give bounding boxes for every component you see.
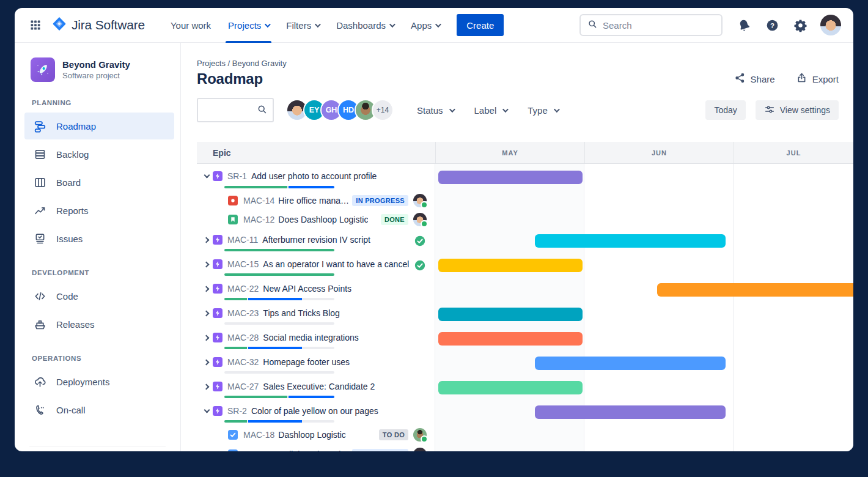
nav-item-projects[interactable]: Projects bbox=[219, 8, 278, 43]
month-header-jul: JUL bbox=[734, 142, 853, 163]
child-issue-row[interactable]: MAC-18Dashloop LogisticTO DO bbox=[197, 424, 853, 445]
epic-progress-bar bbox=[224, 273, 334, 276]
user-avatar[interactable] bbox=[820, 15, 841, 35]
board-icon bbox=[33, 176, 46, 189]
epic-row[interactable]: MAC-22New API Access Points bbox=[197, 278, 853, 302]
chevron-down-icon bbox=[449, 106, 455, 113]
issue-title: As an operator I want to have a cancel bbox=[263, 259, 409, 269]
done-check-icon bbox=[414, 260, 425, 271]
timeline-cell bbox=[435, 191, 853, 210]
chevron-down-icon bbox=[435, 21, 441, 28]
settings-icon[interactable] bbox=[792, 17, 808, 33]
filter-status[interactable]: Status bbox=[417, 105, 454, 116]
nav-item-your-work[interactable]: Your work bbox=[162, 8, 219, 43]
sidebar-item-on-call[interactable]: On-call bbox=[24, 396, 174, 423]
gantt-bar[interactable] bbox=[535, 405, 726, 419]
chevron-down-icon bbox=[265, 21, 271, 28]
gantt-bar[interactable] bbox=[438, 259, 583, 272]
roadmap-search[interactable] bbox=[197, 98, 274, 122]
nav-item-label: Your work bbox=[171, 20, 211, 31]
sidebar-item-releases[interactable]: Releases bbox=[24, 311, 174, 338]
global-search[interactable] bbox=[579, 14, 723, 36]
filter-label[interactable]: Label bbox=[474, 105, 507, 116]
child-row-left: MAC-18Dashloop LogisticTO DO bbox=[197, 424, 435, 445]
sidebar-item-reports[interactable]: Reports bbox=[24, 197, 174, 224]
reports-icon bbox=[33, 204, 46, 217]
gantt-bar[interactable] bbox=[438, 171, 583, 184]
nav-icon-cluster: ? bbox=[736, 15, 841, 35]
epic-row-line: MAC-27Sales Executive: Candidate 2 bbox=[197, 375, 435, 391]
expand-chevron-right-icon[interactable] bbox=[203, 287, 210, 291]
assignee-avatar[interactable] bbox=[413, 428, 427, 442]
today-button[interactable]: Today bbox=[705, 100, 745, 120]
chevron-down-icon bbox=[554, 106, 560, 113]
nav-item-dashboards[interactable]: Dashboards bbox=[328, 8, 402, 43]
gantt-bar[interactable] bbox=[535, 234, 726, 248]
collapse-chevron-down-icon[interactable] bbox=[203, 410, 210, 412]
sidebar-item-backlog[interactable]: Backlog bbox=[24, 141, 174, 168]
epic-row-line: MAC-23Tips and Tricks Blog bbox=[197, 302, 435, 318]
expand-chevron-right-icon[interactable] bbox=[203, 360, 210, 364]
epic-row[interactable]: MAC-23Tips and Tricks Blog bbox=[197, 302, 853, 327]
help-icon[interactable]: ? bbox=[764, 17, 780, 33]
nav-item-apps[interactable]: Apps bbox=[402, 8, 448, 43]
oncall-icon bbox=[33, 403, 46, 416]
more-members-badge[interactable]: +14 bbox=[373, 100, 392, 120]
epic-row[interactable]: SR-2Color of pale yellow on our pages bbox=[197, 400, 853, 424]
view-settings-button[interactable]: View settings bbox=[756, 100, 839, 120]
gantt-bar[interactable] bbox=[535, 357, 726, 370]
expand-chevron-right-icon[interactable] bbox=[203, 336, 210, 340]
nav-item-filters[interactable]: Filters bbox=[278, 8, 328, 43]
assignee-avatar[interactable] bbox=[413, 448, 427, 452]
epic-row[interactable]: MAC-27Sales Executive: Candidate 2 bbox=[197, 375, 853, 400]
epic-row[interactable]: MAC-28Social media integrations bbox=[197, 327, 853, 351]
epic-row[interactable]: MAC-11Afterburner revision IV script bbox=[197, 229, 853, 253]
child-issue-row[interactable]: MAC-14Hire office manager forIN PROGRESS bbox=[197, 191, 853, 210]
gantt-bar[interactable] bbox=[438, 332, 583, 346]
gantt-bar[interactable] bbox=[438, 381, 583, 394]
child-issue-row[interactable]: MAC-19Collaboration Trip has bIN PROGRES… bbox=[197, 445, 853, 451]
gantt-bar[interactable] bbox=[657, 283, 853, 297]
notifications-icon[interactable] bbox=[736, 17, 752, 33]
global-search-input[interactable] bbox=[603, 20, 715, 31]
child-issue-row[interactable]: MAC-12Does Dashloop LogisticDONE bbox=[197, 210, 853, 229]
nav-item-label: Dashboards bbox=[336, 20, 386, 31]
month-header-jun: JUN bbox=[584, 142, 734, 163]
progress-segment bbox=[248, 347, 302, 349]
jira-logo[interactable]: Jira Software bbox=[51, 16, 145, 34]
progress-segment bbox=[224, 371, 334, 374]
nav-item-label: Apps bbox=[411, 20, 432, 31]
expand-chevron-right-icon[interactable] bbox=[203, 238, 210, 242]
breadcrumb[interactable]: Projects / Beyond Gravity bbox=[197, 59, 839, 68]
app-switcher-icon[interactable] bbox=[26, 15, 45, 35]
roadmap-search-input[interactable] bbox=[203, 105, 256, 115]
share-button[interactable]: Share bbox=[734, 72, 775, 86]
sidebar-item-board[interactable]: Board bbox=[24, 169, 174, 196]
share-label: Share bbox=[751, 74, 775, 84]
epic-row[interactable]: SR-1Add user photo to account profile bbox=[197, 164, 853, 191]
project-header: Beyond Gravity Software project bbox=[29, 57, 171, 82]
sidebar-item-code[interactable]: Code bbox=[24, 283, 174, 309]
issue-title: Dashloop Logistic bbox=[278, 430, 346, 440]
epic-row[interactable]: MAC-15As an operator I want to have a ca… bbox=[197, 253, 853, 278]
issue-title: Hire office manager for bbox=[278, 196, 352, 205]
create-button[interactable]: Create bbox=[457, 14, 504, 36]
timeline-cell bbox=[435, 164, 853, 191]
expand-chevron-right-icon[interactable] bbox=[203, 385, 210, 389]
collapse-chevron-down-icon[interactable] bbox=[203, 175, 210, 177]
epic-row[interactable]: MAC-32Homepage footer uses bbox=[197, 351, 853, 375]
breadcrumb-text[interactable]: Projects / Beyond Gravity bbox=[197, 59, 287, 68]
assignee-avatar[interactable] bbox=[413, 213, 427, 226]
gantt-bar[interactable] bbox=[438, 308, 583, 321]
epic-row-left: MAC-22New API Access Points bbox=[197, 278, 435, 302]
expand-chevron-right-icon[interactable] bbox=[203, 311, 210, 316]
sidebar-item-roadmap[interactable]: Roadmap bbox=[24, 113, 174, 139]
sidebar-item-issues[interactable]: Issues bbox=[24, 225, 174, 252]
sidebar-item-label: Deployments bbox=[56, 377, 110, 387]
expand-chevron-right-icon[interactable] bbox=[203, 262, 210, 267]
assignee-avatar[interactable] bbox=[413, 194, 427, 207]
filter-type[interactable]: Type bbox=[528, 105, 558, 116]
sidebar-item-deployments[interactable]: Deployments bbox=[24, 368, 174, 395]
caret bbox=[204, 172, 210, 179]
export-button[interactable]: Export bbox=[796, 72, 839, 86]
